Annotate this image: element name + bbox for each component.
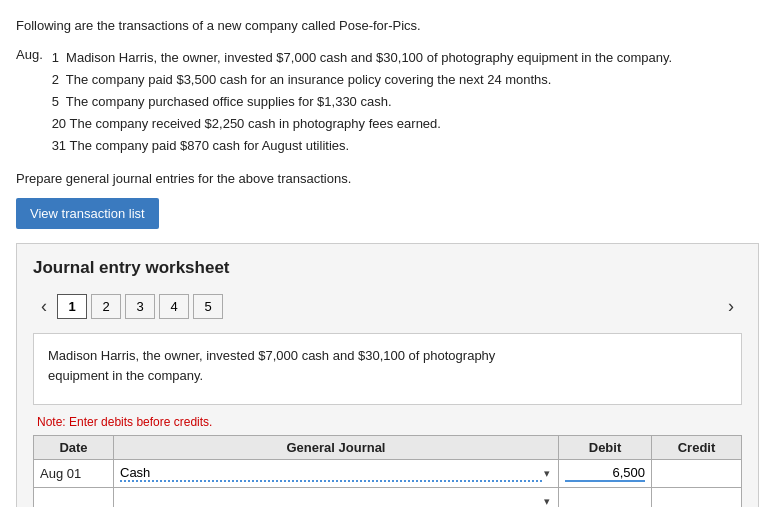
intro-opening: Following are the transactions of a new … (16, 16, 759, 37)
description-box: Madison Harris, the owner, invested $7,0… (33, 333, 742, 405)
table-header-row: Date General Journal Debit Credit (34, 436, 742, 460)
credit-input-2[interactable] (658, 494, 735, 507)
journal-input-2[interactable] (120, 493, 542, 507)
view-transaction-list-button[interactable]: View transaction list (16, 198, 159, 229)
debit-cell-1[interactable] (559, 460, 652, 488)
date-header: Date (34, 436, 114, 460)
worksheet-box: Journal entry worksheet ‹ 1 2 3 4 5 › Ma… (16, 243, 759, 507)
pagination-row: ‹ 1 2 3 4 5 › (33, 292, 742, 321)
journal-dropdown-button[interactable]: ▾ (542, 467, 552, 480)
transaction-5: 5 The company purchased office supplies … (52, 91, 673, 113)
debit-cell-2[interactable] (559, 488, 652, 507)
journal-table: Date General Journal Debit Credit Aug 01… (33, 435, 742, 507)
intro-section: Following are the transactions of a new … (16, 16, 759, 37)
journal-dropdown-button-2[interactable]: ▾ (542, 495, 552, 507)
journal-dropdown-wrapper: ▾ (120, 465, 552, 482)
transaction-31: 31 The company paid $870 cash for August… (52, 135, 673, 157)
credit-cell-2[interactable] (652, 488, 742, 507)
transaction-lines: 1 Madison Harris, the owner, invested $7… (52, 47, 673, 157)
journal-input-1[interactable] (120, 465, 542, 482)
prepare-text: Prepare general journal entries for the … (16, 171, 759, 186)
next-page-button[interactable]: › (720, 292, 742, 321)
description-text: Madison Harris, the owner, invested $7,0… (48, 348, 495, 383)
transaction-20: 20 The company received $2,250 cash in p… (52, 113, 673, 135)
debit-input-1[interactable] (565, 465, 645, 482)
note-text: Note: Enter debits before credits. (33, 415, 742, 429)
transaction-2: 2 The company paid $3,500 cash for an in… (52, 69, 673, 91)
journal-cell-1[interactable]: ▾ (114, 460, 559, 488)
page-5-button[interactable]: 5 (193, 294, 223, 319)
general-journal-header: General Journal (114, 436, 559, 460)
aug-label: Aug. (16, 47, 48, 62)
journal-cell-2[interactable]: ▾ (114, 488, 559, 507)
prev-page-button[interactable]: ‹ (33, 292, 55, 321)
debit-input-2[interactable] (565, 493, 645, 507)
date-cell-1: Aug 01 (34, 460, 114, 488)
worksheet-title: Journal entry worksheet (33, 258, 742, 278)
table-row: Aug 01 ▾ (34, 460, 742, 488)
page-4-button[interactable]: 4 (159, 294, 189, 319)
credit-input-1[interactable] (658, 466, 735, 481)
date-cell-2 (34, 488, 114, 507)
journal-dropdown-wrapper-2: ▾ (120, 493, 552, 507)
table-row-2: ▾ (34, 488, 742, 507)
transaction-list: Aug. 1 Madison Harris, the owner, invest… (16, 47, 759, 157)
page-2-button[interactable]: 2 (91, 294, 121, 319)
transaction-1: 1 Madison Harris, the owner, invested $7… (52, 47, 673, 69)
credit-header: Credit (652, 436, 742, 460)
credit-cell-1[interactable] (652, 460, 742, 488)
page-3-button[interactable]: 3 (125, 294, 155, 319)
page-1-button[interactable]: 1 (57, 294, 87, 319)
debit-header: Debit (559, 436, 652, 460)
